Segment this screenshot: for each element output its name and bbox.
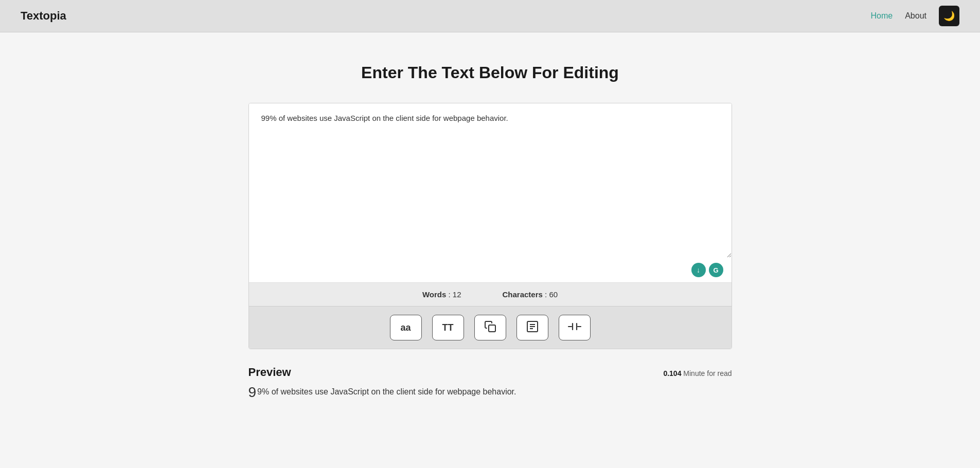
stats-bar: Words : 12 Characters : 60 (249, 282, 732, 306)
uppercase-button[interactable]: TT (432, 315, 464, 340)
lowercase-button[interactable]: aa (390, 315, 422, 340)
trim-button[interactable] (559, 315, 591, 340)
read-time: 0.104 Minute for read (663, 369, 732, 377)
editor-icon-row: ↓ G (249, 260, 732, 282)
main-content: Enter The Text Below For Editing 99% of … (238, 32, 742, 419)
editor-container: 99% of websites use JavaScript on the cl… (248, 103, 732, 349)
toolbar: aa TT (249, 306, 732, 349)
navbar-right: Home About 🌙 (871, 6, 960, 26)
word-count: Words : 12 (422, 290, 461, 299)
page-title: Enter The Text Below For Editing (248, 63, 732, 82)
nav-home[interactable]: Home (871, 11, 893, 21)
copy-button[interactable] (474, 315, 506, 340)
text-editor[interactable]: 99% of websites use JavaScript on the cl… (249, 103, 732, 258)
preview-title: Preview (248, 366, 291, 379)
preview-text: 99% of websites use JavaScript on the cl… (248, 385, 732, 399)
preview-section: Preview 0.104 Minute for read 99% of web… (248, 366, 732, 399)
app-brand: Textopia (21, 9, 66, 23)
svg-rect-0 (489, 325, 495, 332)
navbar: Textopia Home About 🌙 (0, 0, 980, 32)
download-icon[interactable]: ↓ (691, 263, 706, 277)
grammarly-icon[interactable]: G (709, 263, 723, 277)
char-count: Characters : 60 (503, 290, 558, 299)
dark-mode-toggle[interactable]: 🌙 (939, 6, 959, 26)
remove-spaces-button[interactable] (516, 315, 548, 340)
preview-header: Preview 0.104 Minute for read (248, 366, 732, 379)
nav-about[interactable]: About (905, 11, 926, 21)
moon-icon: 🌙 (943, 10, 955, 22)
